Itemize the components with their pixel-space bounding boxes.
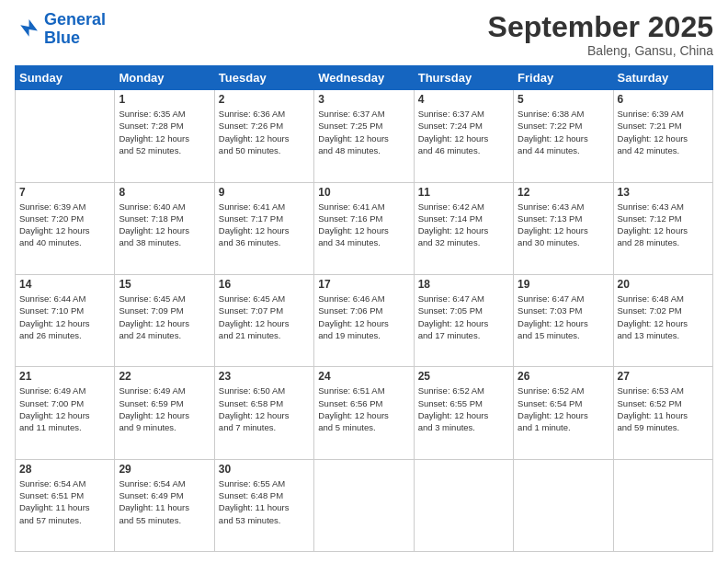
day-number: 14 — [19, 278, 110, 291]
table-row: 16Sunrise: 6:45 AMSunset: 7:07 PMDayligh… — [214, 274, 313, 366]
day-info: Sunrise: 6:41 AMSunset: 7:16 PMDaylight:… — [318, 201, 409, 249]
day-number: 10 — [318, 186, 409, 199]
svg-marker-0 — [20, 19, 38, 37]
day-number: 19 — [518, 278, 609, 291]
logo-line1: General — [44, 10, 106, 29]
day-number: 24 — [318, 370, 409, 383]
day-info: Sunrise: 6:54 AMSunset: 6:51 PMDaylight:… — [19, 477, 110, 526]
calendar-week-row: 7Sunrise: 6:39 AMSunset: 7:20 PMDaylight… — [16, 182, 713, 274]
day-info: Sunrise: 6:44 AMSunset: 7:10 PMDaylight:… — [19, 293, 110, 341]
page: General Blue September 2025 Baleng, Gans… — [0, 0, 728, 563]
day-info: Sunrise: 6:39 AMSunset: 7:21 PMDaylight:… — [618, 108, 709, 156]
day-info: Sunrise: 6:53 AMSunset: 6:52 PMDaylight:… — [618, 385, 709, 433]
day-info: Sunrise: 6:37 AMSunset: 7:25 PMDaylight:… — [318, 108, 409, 156]
day-number: 15 — [119, 278, 210, 291]
table-row: 30Sunrise: 6:55 AMSunset: 6:48 PMDayligh… — [214, 459, 313, 551]
table-row: 9Sunrise: 6:41 AMSunset: 7:17 PMDaylight… — [214, 182, 313, 274]
day-number: 27 — [618, 370, 709, 383]
day-info: Sunrise: 6:42 AMSunset: 7:14 PMDaylight:… — [418, 201, 509, 249]
table-row: 20Sunrise: 6:48 AMSunset: 7:02 PMDayligh… — [613, 274, 712, 366]
col-monday: Monday — [115, 66, 214, 90]
table-row: 24Sunrise: 6:51 AMSunset: 6:56 PMDayligh… — [314, 367, 414, 459]
day-number: 4 — [418, 93, 509, 106]
table-row — [613, 459, 712, 551]
day-number: 7 — [19, 186, 110, 199]
col-tuesday: Tuesday — [214, 66, 313, 90]
table-row: 5Sunrise: 6:38 AMSunset: 7:22 PMDaylight… — [514, 90, 613, 182]
day-info: Sunrise: 6:43 AMSunset: 7:13 PMDaylight:… — [518, 201, 609, 249]
day-number: 21 — [19, 370, 110, 383]
day-number: 18 — [418, 278, 509, 291]
day-info: Sunrise: 6:36 AMSunset: 7:26 PMDaylight:… — [219, 108, 310, 156]
day-info: Sunrise: 6:50 AMSunset: 6:58 PMDaylight:… — [219, 385, 310, 433]
table-row: 14Sunrise: 6:44 AMSunset: 7:10 PMDayligh… — [16, 274, 115, 366]
table-row: 27Sunrise: 6:53 AMSunset: 6:52 PMDayligh… — [613, 367, 712, 459]
day-number: 6 — [618, 93, 709, 106]
day-number: 23 — [219, 370, 310, 383]
day-number: 17 — [318, 278, 409, 291]
table-row: 3Sunrise: 6:37 AMSunset: 7:25 PMDaylight… — [314, 90, 414, 182]
day-info: Sunrise: 6:49 AMSunset: 7:00 PMDaylight:… — [19, 385, 110, 433]
day-info: Sunrise: 6:43 AMSunset: 7:12 PMDaylight:… — [618, 201, 709, 249]
col-thursday: Thursday — [414, 66, 513, 90]
day-info: Sunrise: 6:40 AMSunset: 7:18 PMDaylight:… — [119, 201, 210, 249]
table-row — [314, 459, 414, 551]
calendar-table: Sunday Monday Tuesday Wednesday Thursday… — [15, 65, 713, 552]
table-row: 25Sunrise: 6:52 AMSunset: 6:55 PMDayligh… — [414, 367, 513, 459]
day-info: Sunrise: 6:48 AMSunset: 7:02 PMDaylight:… — [618, 293, 709, 341]
table-row: 15Sunrise: 6:45 AMSunset: 7:09 PMDayligh… — [115, 274, 214, 366]
day-number: 5 — [518, 93, 609, 106]
col-saturday: Saturday — [613, 66, 712, 90]
day-number: 11 — [418, 186, 509, 199]
col-wednesday: Wednesday — [314, 66, 414, 90]
calendar-week-row: 21Sunrise: 6:49 AMSunset: 7:00 PMDayligh… — [16, 367, 713, 459]
col-friday: Friday — [514, 66, 613, 90]
day-info: Sunrise: 6:46 AMSunset: 7:06 PMDaylight:… — [318, 293, 409, 341]
day-info: Sunrise: 6:55 AMSunset: 6:48 PMDaylight:… — [219, 477, 310, 526]
day-number: 3 — [318, 93, 409, 106]
table-row: 4Sunrise: 6:37 AMSunset: 7:24 PMDaylight… — [414, 90, 513, 182]
calendar-week-row: 28Sunrise: 6:54 AMSunset: 6:51 PMDayligh… — [16, 459, 713, 551]
table-row: 23Sunrise: 6:50 AMSunset: 6:58 PMDayligh… — [214, 367, 313, 459]
day-number: 2 — [219, 93, 310, 106]
table-row: 17Sunrise: 6:46 AMSunset: 7:06 PMDayligh… — [314, 274, 414, 366]
table-row: 21Sunrise: 6:49 AMSunset: 7:00 PMDayligh… — [16, 367, 115, 459]
day-info: Sunrise: 6:41 AMSunset: 7:17 PMDaylight:… — [219, 201, 310, 249]
table-row: 22Sunrise: 6:49 AMSunset: 6:59 PMDayligh… — [115, 367, 214, 459]
calendar-week-row: 1Sunrise: 6:35 AMSunset: 7:28 PMDaylight… — [16, 90, 713, 182]
day-info: Sunrise: 6:47 AMSunset: 7:03 PMDaylight:… — [518, 293, 609, 341]
day-info: Sunrise: 6:49 AMSunset: 6:59 PMDaylight:… — [119, 385, 210, 433]
table-row: 10Sunrise: 6:41 AMSunset: 7:16 PMDayligh… — [314, 182, 414, 274]
table-row — [514, 459, 613, 551]
day-info: Sunrise: 6:45 AMSunset: 7:07 PMDaylight:… — [219, 293, 310, 341]
day-info: Sunrise: 6:45 AMSunset: 7:09 PMDaylight:… — [119, 293, 210, 341]
table-row: 19Sunrise: 6:47 AMSunset: 7:03 PMDayligh… — [514, 274, 613, 366]
logo-line2: Blue — [44, 29, 80, 47]
table-row: 28Sunrise: 6:54 AMSunset: 6:51 PMDayligh… — [16, 459, 115, 551]
day-number: 30 — [219, 463, 310, 476]
table-row: 29Sunrise: 6:54 AMSunset: 6:49 PMDayligh… — [115, 459, 214, 551]
calendar-title: September 2025 — [488, 11, 713, 43]
table-row: 18Sunrise: 6:47 AMSunset: 7:05 PMDayligh… — [414, 274, 513, 366]
table-row — [16, 90, 115, 182]
day-number: 22 — [119, 370, 210, 383]
day-info: Sunrise: 6:52 AMSunset: 6:55 PMDaylight:… — [418, 385, 509, 433]
table-row: 7Sunrise: 6:39 AMSunset: 7:20 PMDaylight… — [16, 182, 115, 274]
day-number: 13 — [618, 186, 709, 199]
day-info: Sunrise: 6:47 AMSunset: 7:05 PMDaylight:… — [418, 293, 509, 341]
table-row: 2Sunrise: 6:36 AMSunset: 7:26 PMDaylight… — [214, 90, 313, 182]
table-row: 8Sunrise: 6:40 AMSunset: 7:18 PMDaylight… — [115, 182, 214, 274]
table-row — [414, 459, 513, 551]
table-row: 13Sunrise: 6:43 AMSunset: 7:12 PMDayligh… — [613, 182, 712, 274]
day-number: 20 — [618, 278, 709, 291]
day-number: 9 — [219, 186, 310, 199]
title-block: September 2025 Baleng, Gansu, China — [488, 11, 713, 58]
day-info: Sunrise: 6:39 AMSunset: 7:20 PMDaylight:… — [19, 201, 110, 249]
day-number: 8 — [119, 186, 210, 199]
day-number: 28 — [19, 463, 110, 476]
day-info: Sunrise: 6:51 AMSunset: 6:56 PMDaylight:… — [318, 385, 409, 433]
day-number: 1 — [119, 93, 210, 106]
calendar-header-row: Sunday Monday Tuesday Wednesday Thursday… — [16, 66, 713, 90]
table-row: 12Sunrise: 6:43 AMSunset: 7:13 PMDayligh… — [514, 182, 613, 274]
logo: General Blue — [15, 11, 106, 48]
